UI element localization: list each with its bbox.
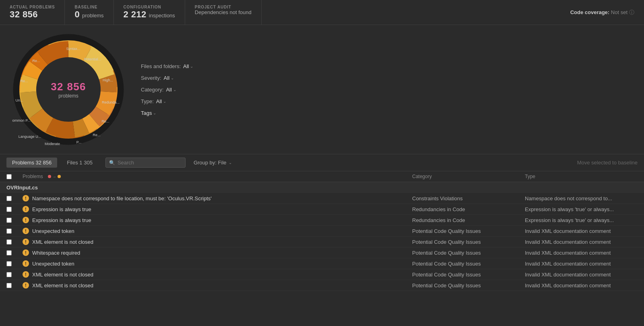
filter-files-value[interactable]: All ⌄ [183, 63, 193, 69]
donut-center-number: 32 856 [51, 81, 86, 93]
configuration-sub: inspections [149, 12, 175, 19]
row-problem-text: Expression is always true [32, 217, 91, 223]
row-checkbox[interactable] [6, 207, 12, 212]
file-group-header: OVRInput.cs [0, 182, 644, 193]
row-type-cell: Namespace does not correspond to... [525, 195, 638, 201]
row-type-cell: Expression is always 'true' or always... [525, 217, 638, 223]
svg-text:Syntax...: Syntax... [66, 47, 80, 51]
row-category-cell: Potential Code Quality Issues [412, 228, 525, 234]
row-problem-text: XML element is not closed [32, 272, 93, 278]
filter-type-chevron: ⌄ [163, 99, 166, 104]
code-coverage-label: Code coverage: [570, 9, 610, 15]
filter-tags-value[interactable]: Tags ⌄ [141, 110, 156, 116]
search-input[interactable] [118, 160, 182, 166]
configuration-label: CONFIGURATION [124, 5, 175, 9]
row-category-cell: Potential Code Quality Issues [412, 282, 525, 289]
row-type-cell: Invalid XML documentation comment [525, 250, 638, 256]
filter-category-value[interactable]: All ⌄ [166, 87, 176, 93]
row-checkbox-cell [6, 196, 23, 201]
row-checkbox[interactable] [6, 261, 12, 266]
filter-severity-label: Severity: [141, 75, 161, 81]
row-checkbox-cell [6, 218, 23, 223]
row-type-cell: Invalid XML documentation comment [525, 228, 638, 234]
table-header-check [6, 174, 23, 179]
row-checkbox-cell [6, 207, 23, 212]
row-problem-text: XML element is not closed [32, 282, 93, 289]
filter-files-label: Files and folders: [141, 63, 181, 69]
table-row: ! Expression is always true Redundancies… [0, 204, 644, 215]
project-audit-label: PROJECT AUDIT [195, 5, 252, 9]
row-warning-icon: ! [23, 282, 29, 289]
row-checkbox-cell [6, 228, 23, 234]
svg-text:Re...: Re... [93, 133, 100, 137]
main-area: Syntax... Potential... High... Redunda..… [0, 25, 644, 154]
search-icon: 🔍 [109, 160, 115, 166]
configuration-block: CONFIGURATION 2 212 inspections [114, 0, 185, 25]
row-problem-cell: ! Unexpected token [23, 260, 412, 267]
donut-center-text: problems [51, 93, 86, 99]
row-checkbox[interactable] [6, 250, 12, 255]
baseline-value: 0 [74, 9, 80, 20]
dot-red [48, 175, 51, 178]
actual-problems-value: 32 856 [10, 9, 55, 20]
row-warning-icon: ! [23, 206, 29, 212]
table-col-type: Type [525, 174, 638, 179]
row-checkbox[interactable] [6, 196, 12, 201]
row-type-cell: Invalid XML documentation comment [525, 239, 638, 245]
search-box: 🔍 [105, 158, 186, 168]
baseline-label: BASELINE [74, 5, 103, 9]
move-baseline-button[interactable]: Move selected to baseline [577, 160, 638, 166]
problems-dots: → [48, 174, 61, 179]
row-checkbox[interactable] [6, 283, 12, 288]
table-rows-container: ! Namespace does not correspond to file … [0, 193, 644, 291]
row-category-cell: Potential Code Quality Issues [412, 272, 525, 278]
svg-text:Re...: Re... [20, 79, 28, 83]
filter-severity-chevron: ⌄ [171, 76, 174, 80]
row-warning-icon: ! [23, 228, 29, 234]
row-category-cell: Constraints Violations [412, 195, 525, 201]
svg-text:Common P...: Common P... [12, 118, 31, 123]
tab-problems-button[interactable]: Problems 32 856 [6, 158, 57, 168]
table-col-category: Category [412, 174, 525, 179]
toolbar: Problems 32 856 Files 1 305 🔍 Group by: … [0, 154, 644, 171]
filter-files-row: Files and folders: All ⌄ [141, 63, 302, 69]
row-problem-text: Namespace does not correspond to file lo… [32, 195, 212, 201]
row-checkbox-cell [6, 250, 23, 255]
row-type-cell: Expression is always 'true' or always... [525, 206, 638, 212]
row-checkbox[interactable] [6, 218, 12, 223]
tab-files-button[interactable]: Files 1 305 [61, 158, 98, 168]
code-coverage-help-icon[interactable]: ⓘ [629, 9, 634, 16]
project-audit-block: PROJECT AUDIT Dependencies not found [185, 0, 262, 25]
group-by-selector[interactable]: Group by: File ⌄ [194, 160, 232, 166]
row-problem-text: XML element is not closed [32, 239, 93, 245]
select-all-checkbox[interactable] [6, 174, 12, 179]
row-type-cell: Invalid XML documentation comment [525, 282, 638, 289]
filter-tags-chevron: ⌄ [153, 111, 156, 115]
row-warning-icon: ! [23, 195, 29, 201]
filter-severity-row: Severity: All ⌄ [141, 75, 302, 81]
filter-type-label: Type: [141, 98, 154, 104]
svg-text:Potential...: Potential... [84, 57, 101, 61]
filter-files-chevron: ⌄ [190, 64, 193, 69]
row-checkbox[interactable] [6, 272, 12, 277]
baseline-block: BASELINE 0 problems [65, 0, 114, 25]
row-problem-cell: ! Expression is always true [23, 206, 412, 212]
actual-problems-block: ACTUAL PROBLEMS 32 856 [0, 0, 65, 25]
row-checkbox[interactable] [6, 239, 12, 245]
table-row: ! XML element is not closed Potential Co… [0, 269, 644, 280]
donut-center: 32 856 problems [51, 81, 86, 99]
filter-category-row: Category: All ⌄ [141, 87, 302, 93]
row-checkbox-cell [6, 261, 23, 266]
row-category-cell: Redundancies in Code [412, 206, 525, 212]
filter-type-value[interactable]: All ⌄ [156, 98, 166, 104]
row-problem-cell: ! Whitespace required [23, 249, 412, 256]
row-checkbox[interactable] [6, 228, 12, 234]
row-category-cell: Potential Code Quality Issues [412, 239, 525, 245]
filter-type-row: Type: All ⌄ [141, 98, 302, 104]
row-problem-cell: ! XML element is not closed [23, 239, 412, 245]
configuration-value: 2 212 [124, 9, 147, 20]
filter-severity-value[interactable]: All ⌄ [164, 75, 174, 81]
row-warning-icon: ! [23, 249, 29, 256]
row-warning-icon: ! [23, 239, 29, 245]
row-problem-cell: ! Namespace does not correspond to file … [23, 195, 412, 201]
